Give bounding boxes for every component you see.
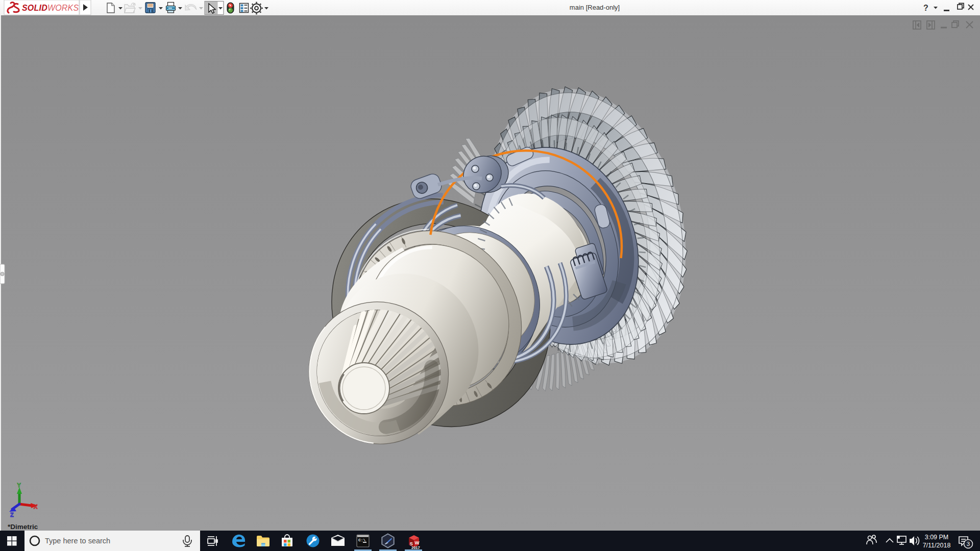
svg-text:W: W (415, 540, 420, 545)
svg-text:Z: Z (10, 512, 14, 518)
svg-text:Y: Y (17, 482, 21, 488)
svg-text:Type here to search: Type here to search (45, 537, 110, 545)
svg-text:3:09 PM: 3:09 PM (925, 534, 949, 541)
svg-text:X: X (34, 504, 38, 510)
svg-text:7/11/2018: 7/11/2018 (923, 542, 951, 549)
svg-text:SOLIDWORKS: SOLIDWORKS (22, 4, 79, 12)
svg-text:?: ? (923, 4, 928, 12)
svg-text:3: 3 (967, 541, 970, 547)
svg-text:2017: 2017 (411, 545, 420, 550)
svg-text:*Dimetric: *Dimetric (8, 523, 38, 531)
svg-text:C:\: C:\ (358, 538, 366, 542)
